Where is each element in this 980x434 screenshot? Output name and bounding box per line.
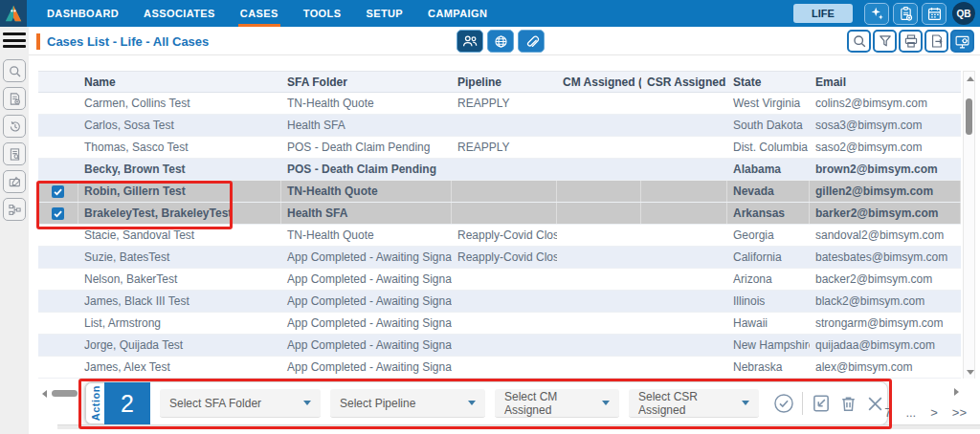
cell-cm-assigned [557,247,641,268]
sidebar-case-tools-icon[interactable] [3,170,26,193]
cell-name: Suzie, BatesTest [78,247,281,268]
cell-name: Carlos, Sosa Test [78,115,281,136]
print-icon[interactable] [899,30,923,53]
cell-email: sandoval2@bimsym.com [810,225,961,246]
hamburger-menu-icon[interactable] [3,33,26,48]
cell-csr-assigned [641,93,727,114]
display-settings-icon[interactable] [950,30,974,53]
life-mode-button[interactable]: LIFE [793,4,853,23]
horizontal-scrollbar-thumb[interactable] [52,390,78,397]
sidebar-merge-cases-icon[interactable] [3,198,26,221]
column-header-cm-assigned[interactable]: CM Assigned (P) [557,72,641,92]
action-dropdowns: Select SFA Folder Select Pipeline Select… [150,389,759,418]
vertical-scrollbar[interactable] [963,71,975,380]
apply-check-icon[interactable] [770,389,797,418]
associates-group-icon[interactable] [457,30,483,53]
cell-state: Hawaii [727,313,810,334]
action-dropdown[interactable]: Select Pipeline [330,389,485,418]
cell-email: quijadaa@bimsym.com [810,335,961,356]
vertical-scrollbar-thumb[interactable] [966,98,972,135]
nav-item[interactable]: CAMPAIGN [415,0,500,27]
table-row[interactable]: Stacie, Sandoval Test TN-Health Quote Re… [38,225,961,247]
cell-cm-assigned [557,159,641,180]
cell-name: List, Armstrong [78,313,281,334]
row-checkbox[interactable] [52,207,64,220]
cell-sfa-folder: App Completed - Awaiting Signature [281,247,452,268]
attachments-icon[interactable] [518,30,545,53]
clipboard-add-icon[interactable] [893,3,918,25]
table-row[interactable]: Carlos, Sosa Test Health SFA South Dakot… [38,115,961,137]
action-dropdown[interactable]: Select CSR Assigned [629,389,759,418]
scroll-down-arrow[interactable] [967,370,974,375]
select-all-column-header[interactable] [38,72,78,92]
column-header-name[interactable]: Name [78,72,281,92]
sidebar-new-case-icon[interactable] [3,87,26,110]
cell-csr-assigned [641,335,727,356]
column-header-pipeline[interactable]: Pipeline [452,72,557,92]
column-header-email[interactable]: Email [810,72,961,92]
export-selected-icon[interactable] [808,389,835,418]
cell-email: gillen2@bimsym.com [810,181,961,202]
cell-csr-assigned [641,181,727,202]
table-row[interactable]: List, Armstrong App Completed - Awaiting… [38,313,961,335]
sparkles-icon[interactable] [864,3,889,25]
table-header-row: Name SFA Folder Pipeline CM Assigned (P)… [38,71,961,93]
app-logo[interactable] [0,0,27,27]
scroll-left-arrow[interactable] [42,390,47,398]
action-dropdown[interactable]: Select SFA Folder [160,389,321,418]
table-row[interactable]: Suzie, BatesTest App Completed - Awaitin… [38,247,961,269]
column-header-sfa-folder[interactable]: SFA Folder [281,72,452,92]
sidebar-history-icon[interactable] [3,115,26,138]
delete-selected-icon[interactable] [835,389,861,418]
table-row[interactable]: BrakeleyTest, BrakeleyTest Health SFA Ar… [38,203,961,225]
table-row[interactable]: Robin, Gillern Test TN-Health Quote Neva… [38,181,961,203]
scroll-right-arrow[interactable] [954,388,959,396]
nav-item[interactable]: ASSOCIATES [131,0,228,27]
cell-sfa-folder: TN-Health Quote [281,93,452,114]
table-row[interactable]: Jorge, Quijada Test App Completed - Awai… [38,335,961,357]
search-icon[interactable] [847,30,871,53]
table-row[interactable]: Nelson, BakerTest App Completed - Awaiti… [38,269,961,291]
qb-user-badge[interactable]: QB [952,2,975,25]
list-toolbar [847,30,974,53]
pagination-item[interactable]: ... [905,405,916,420]
pagination-item[interactable]: >> [952,405,967,420]
cell-state: California [727,247,810,268]
cell-sfa-folder: Health SFA [281,115,452,136]
cell-pipeline: Reapply-Covid Closed [452,225,557,246]
sidebar-case-lookup-icon[interactable] [3,142,26,165]
cell-pipeline [452,269,557,290]
cell-state: Arkansas [727,203,810,224]
global-search-icon[interactable] [487,30,514,53]
calendar-icon[interactable] [922,3,947,25]
row-checkbox[interactable] [52,185,64,198]
column-header-csr-assigned[interactable]: CSR Assigned (P) [641,72,727,92]
cell-sfa-folder: Health SFA [281,203,452,224]
pagination-item[interactable]: > [930,405,938,420]
nav-item[interactable]: TOOLS [291,0,354,27]
action-dropdown[interactable]: Select CM Assigned [495,389,619,418]
column-header-state[interactable]: State [727,72,810,92]
cell-cm-assigned [557,115,641,136]
top-nav-bar: DASHBOARDASSOCIATESCASESTOOLSSETUPCAMPAI… [0,0,980,27]
cell-state: Arizona [727,269,810,290]
table-row[interactable]: Carmen, Collins Test TN-Health Quote REA… [38,93,961,115]
cell-name: Jorge, Quijada Test [78,335,281,356]
cell-cm-assigned [557,93,641,114]
pagination-item[interactable]: 7 [884,405,891,420]
table-row[interactable]: Thomas, Sasco Test POS - Death Claim Pen… [38,137,961,159]
filter-icon[interactable] [873,30,897,53]
table-row[interactable]: James, Alex Test App Completed - Awaitin… [38,357,961,379]
scroll-up-arrow[interactable] [967,76,974,81]
table-row[interactable]: James, Black III Test App Completed - Aw… [38,291,961,313]
cell-sfa-folder: App Completed - Awaiting Signature [281,291,452,312]
cell-csr-assigned [641,291,727,312]
nav-item[interactable]: SETUP [353,0,415,27]
nav-item[interactable]: CASES [228,0,291,27]
main-menu: DASHBOARDASSOCIATESCASESTOOLSSETUPCAMPAI… [34,0,500,27]
sidebar-search-icon[interactable] [3,59,26,82]
nav-item[interactable]: DASHBOARD [34,0,131,27]
export-icon[interactable] [924,30,948,53]
bulk-action-panel: Action 2 Select SFA Folder Select Pipeli… [84,381,888,425]
table-row[interactable]: Becky, Brown Test POS - Death Claim Pend… [38,159,961,181]
